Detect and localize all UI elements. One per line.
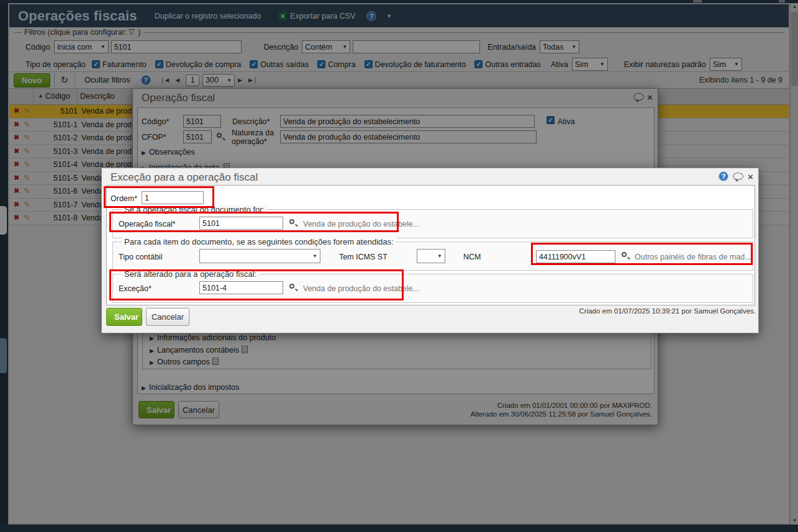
groupbox-legend: Será alterado para a operação fiscal: <box>122 269 259 279</box>
groupbox-legend: Se a operação fiscal do documento for: <box>122 205 267 214</box>
tem-icms-st-label: Tem ICMS ST <box>339 253 388 261</box>
dialog-title: Exceção para a operação fiscal <box>111 171 258 184</box>
ncm-description: Outros painéis de fibras de mad... <box>635 253 751 261</box>
chevron-down-icon <box>437 253 442 259</box>
tipo-contabil-label: Tipo contábil <box>119 253 162 261</box>
ordem-input[interactable] <box>142 191 204 204</box>
operacao-fiscal-label: Operação fiscal* <box>119 220 176 228</box>
search-icon[interactable] <box>289 284 294 289</box>
groupbox-legend: Para cada item do documento, se as segui… <box>122 237 396 246</box>
comment-bubble-icon[interactable] <box>733 173 743 180</box>
operacao-fiscal-description: Venda de produção do estabele... <box>303 220 419 228</box>
tipo-contabil-select[interactable] <box>199 249 320 263</box>
search-icon[interactable] <box>289 219 294 224</box>
excecao-description: Venda de produção do estabele... <box>303 284 419 293</box>
close-icon[interactable] <box>748 173 753 181</box>
ncm-input[interactable] <box>536 250 615 263</box>
help-icon[interactable] <box>719 171 728 181</box>
ordem-label: Ordem* <box>111 194 137 203</box>
operacao-fiscal-input[interactable] <box>199 217 283 230</box>
created-info: Criado em 01/07/2025 10:39:21 por Samuel… <box>579 307 756 315</box>
cancel-button[interactable]: Cancelar <box>146 308 189 326</box>
save-button[interactable]: Salvar <box>106 308 142 326</box>
excecao-label: Exceção* <box>119 284 152 293</box>
ncm-label: NCM <box>463 253 481 261</box>
excecao-input[interactable] <box>199 281 283 294</box>
excecao-operacao-fiscal-dialog: Exceção para a operação fiscal Ordem* Se… <box>101 168 759 333</box>
search-icon[interactable] <box>622 252 627 257</box>
tem-icms-st-select[interactable] <box>417 249 445 263</box>
chevron-down-icon <box>312 253 317 259</box>
